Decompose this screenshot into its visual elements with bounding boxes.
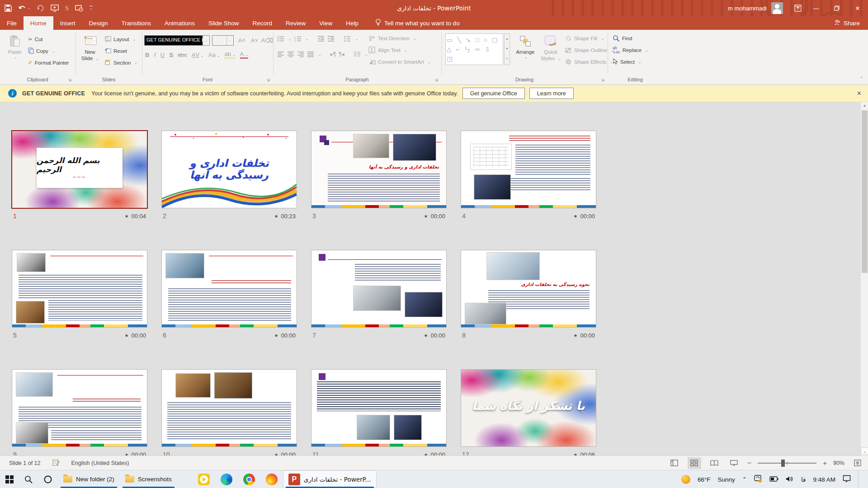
taskbar-chrome-icon[interactable] (238, 470, 260, 488)
font-name-box[interactable]: GET GENUINE OFFICE L ⌄ (144, 35, 210, 46)
show-desktop-strip[interactable] (858, 470, 861, 488)
get-genuine-office-button[interactable]: Get genuine Office (462, 88, 525, 99)
tell-me-box[interactable]: Tell me what you want to do (375, 16, 460, 30)
taskbar-search-icon[interactable] (19, 470, 38, 488)
taskbar-media-player-icon[interactable] (193, 470, 215, 488)
tab-slideshow[interactable]: Slide Show (202, 16, 246, 30)
normal-view-icon[interactable] (668, 457, 681, 469)
copy-button[interactable]: Copy⌄ (28, 46, 55, 56)
new-slide-button[interactable]: NewSlide ⌄ (78, 33, 102, 62)
slide-sorter[interactable]: بسم الله الرحمن الرحیم 〜〜〜 1 ★00:04 تخلف… (0, 102, 868, 455)
select-button[interactable]: Select⌄ (613, 57, 642, 67)
replace-button[interactable]: ab↳acReplace⌄ (613, 45, 648, 55)
start-button[interactable] (0, 470, 19, 488)
align-text-button[interactable]: Align Text⌄ (368, 45, 407, 55)
drawing-dialog-launcher[interactable]: ⇲ (601, 78, 604, 82)
increase-indent-icon[interactable] (327, 35, 335, 42)
taskbar-edge-icon[interactable] (215, 470, 238, 488)
tab-review[interactable]: Review (279, 16, 312, 30)
collapse-ribbon-icon[interactable]: ⌃ (860, 76, 863, 81)
taskbar-powerpoint-task[interactable]: Pتخلفات اداری - PowerP... (283, 470, 377, 488)
taskbar-folder-screenshots[interactable]: Screenshots (120, 470, 177, 488)
taskbar-folder-new-folder[interactable]: New folder (2) (58, 470, 120, 488)
slideshow-view-icon[interactable] (727, 457, 741, 469)
find-button[interactable]: Find (613, 33, 632, 43)
slide-thumbnail-2[interactable]: تخلفات اداری و رسیدگی به آنها (162, 131, 297, 208)
notification-close-icon[interactable]: ✕ (857, 90, 862, 97)
zoom-out-icon[interactable]: − (747, 459, 751, 467)
reset-button[interactable]: Reset (105, 46, 127, 56)
weather-temp[interactable]: 66°F (698, 476, 711, 483)
slide-thumbnail-9[interactable] (12, 370, 147, 446)
user-name[interactable]: m mohammadi (728, 5, 767, 12)
slide-thumbnail-1[interactable]: بسم الله الرحمن الرحیم 〜〜〜 (12, 131, 147, 208)
slide-thumbnail-5[interactable] (12, 250, 147, 327)
tab-file[interactable]: File (0, 16, 24, 30)
slide-thumbnail-4[interactable] (461, 131, 596, 208)
tray-chevron-up-icon[interactable]: ⌃ (742, 476, 747, 483)
font-dialog-launcher[interactable]: ⇲ (266, 78, 270, 82)
tab-animations[interactable]: Animations (158, 16, 202, 30)
input-language-indicator[interactable]: فا (801, 476, 806, 483)
clipboard-dialog-launcher[interactable]: ⇲ (68, 78, 71, 82)
slide-indicator[interactable]: Slide 1 of 12 (9, 460, 41, 466)
shape-outline-button[interactable]: Shape Outline⌄ (565, 45, 614, 55)
columns-icon[interactable] (354, 51, 361, 58)
speaker-icon[interactable] (786, 476, 794, 483)
slide-thumbnail-10[interactable] (162, 370, 297, 446)
character-spacing-icon[interactable]: A̲V̲⌄ (192, 52, 204, 58)
align-right-icon[interactable] (297, 51, 304, 58)
slide-thumbnail-12[interactable]: با تشکر از نگاه شما (461, 370, 596, 446)
shape-effects-button[interactable]: Shape Effects⌄ (565, 57, 613, 67)
clock[interactable]: 9:48 AM (813, 476, 835, 483)
bullets-icon[interactable] (277, 35, 284, 42)
slide-thumbnail-7[interactable] (311, 250, 446, 327)
scroll-down-icon[interactable]: ⌄ (861, 447, 868, 455)
close-button[interactable]: ✕ (847, 0, 868, 16)
scroll-up-icon[interactable]: ▲ (861, 102, 868, 109)
redo-icon[interactable] (37, 5, 44, 11)
action-center-icon[interactable] (843, 475, 851, 484)
weather-sun-icon[interactable] (681, 475, 690, 484)
decrease-indent-icon[interactable] (317, 35, 325, 42)
tab-design[interactable]: Design (82, 16, 115, 30)
learn-more-button[interactable]: Learn more (529, 88, 574, 99)
reading-view-icon[interactable] (708, 457, 721, 469)
format-painter-button[interactable]: ✐Format Painter (28, 58, 69, 68)
section-button[interactable]: Section⌄ (105, 58, 137, 68)
change-case-icon[interactable]: Aa⌄ (208, 52, 220, 58)
numbering-icon[interactable]: 123 (294, 35, 302, 42)
slide-sorter-view-icon[interactable] (688, 457, 701, 469)
weather-condition[interactable]: Sunny (718, 476, 735, 483)
font-name-dropdown-icon[interactable]: ⌄ (203, 36, 209, 45)
clear-formatting-icon[interactable]: A⌫ (262, 35, 273, 45)
start-presentation-icon[interactable] (51, 5, 59, 12)
text-shadow-icon[interactable]: S (169, 52, 173, 58)
layout-button[interactable]: Layout⌄ (105, 34, 136, 44)
language-indicator[interactable]: English (United States) (71, 460, 129, 466)
font-size-box[interactable]: ⌄ (212, 35, 234, 46)
tab-help[interactable]: Help (339, 16, 365, 30)
shapes-gallery-scroll[interactable]: ▲▼≡ (504, 33, 510, 65)
rehearse-timings-icon[interactable] (75, 5, 83, 12)
paste-button[interactable]: Paste ⌄ (3, 33, 27, 60)
tab-record[interactable]: Record (245, 16, 279, 30)
slide-thumbnail-3[interactable]: تخلفات اداری و رسیدگی به آنها (311, 131, 446, 208)
fit-to-window-icon[interactable] (851, 457, 864, 469)
zoom-level[interactable]: 90% (833, 460, 844, 466)
cortana-icon[interactable] (38, 470, 58, 488)
shapes-gallery[interactable]: ▭ ╲ ↘ □ ○ ▢△ ⌐ ㇉ ⇨ ⇩ ◳〜 ⌒ ∿ { } ☆ (445, 33, 503, 65)
justify-icon[interactable] (307, 51, 314, 58)
slide-thumbnail-6[interactable] (162, 250, 297, 327)
share-button[interactable]: Share (835, 16, 860, 30)
tab-insert[interactable]: Insert (53, 16, 82, 30)
battery-icon[interactable] (769, 476, 778, 483)
restore-button[interactable] (826, 0, 847, 16)
tab-view[interactable]: View (312, 16, 339, 30)
vertical-scrollbar[interactable]: ▲ ⌄ (860, 102, 868, 455)
strikethrough-icon[interactable]: abc (178, 52, 187, 58)
align-left-icon[interactable] (277, 51, 284, 58)
tab-home[interactable]: Home (24, 16, 53, 30)
avatar[interactable] (771, 2, 783, 14)
decrease-font-icon[interactable]: A˅ (249, 35, 260, 45)
